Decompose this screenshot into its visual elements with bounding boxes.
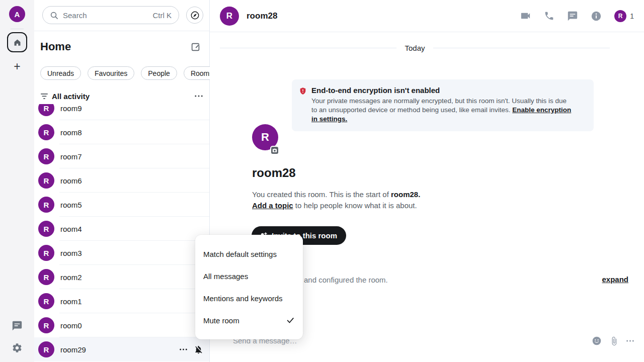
- filter-pills: Unreads Favourites People Rooms: [40, 66, 220, 80]
- sort-filter-icon[interactable]: [40, 93, 48, 100]
- intro-line1-text: You created this room. This is the start…: [252, 190, 391, 199]
- separator-line: [220, 48, 396, 48]
- room-intro-avatar[interactable]: R: [252, 124, 278, 150]
- room-row-room7[interactable]: R room7: [34, 144, 209, 168]
- room-avatar: R: [38, 221, 54, 237]
- search-placeholder: Search: [63, 11, 87, 20]
- edit-icon: [190, 41, 201, 52]
- panel-title: Home: [40, 40, 71, 53]
- room-row-room6[interactable]: R room6: [34, 168, 209, 193]
- room-header-title: room28: [247, 11, 277, 21]
- composer-actions: [592, 336, 634, 346]
- section-options-button[interactable]: [195, 95, 203, 97]
- intro-line2-text: to help people know what it is about.: [293, 201, 417, 210]
- room-avatar: R: [38, 341, 54, 357]
- room-name: room7: [60, 152, 82, 161]
- room-name: room5: [60, 201, 82, 209]
- notification-context-menu: Match default settings All messages Ment…: [195, 235, 303, 339]
- check-icon: [286, 316, 295, 325]
- attachment-button[interactable]: [609, 336, 619, 346]
- room-row-room8[interactable]: R room8: [34, 120, 209, 144]
- compass-icon: [190, 11, 200, 20]
- element-app: A + Search Ctrl K: [0, 0, 644, 362]
- room-intro-text: You created this room. This is the start…: [252, 189, 554, 211]
- search-input[interactable]: Search Ctrl K: [42, 6, 179, 24]
- search-shortcut: Ctrl K: [153, 11, 172, 20]
- room-name: room6: [60, 176, 82, 185]
- menu-item-label: Match default settings: [203, 250, 277, 258]
- gear-icon: [12, 342, 23, 353]
- threads-activity-button[interactable]: [12, 320, 23, 331]
- room-options-button[interactable]: [180, 348, 187, 350]
- intro-line1-period: .: [418, 190, 420, 199]
- room-name: room29: [60, 345, 86, 354]
- room-name: room3: [60, 249, 82, 257]
- rail-divider: [11, 29, 24, 29]
- filter-favourites[interactable]: Favourites: [88, 66, 134, 80]
- home-space-button[interactable]: [7, 32, 27, 52]
- room-intro-line2: Add a topic to help people know what it …: [252, 200, 554, 211]
- threads-button[interactable]: [567, 11, 578, 22]
- room-row-room4[interactable]: R room4: [34, 217, 209, 241]
- home-icon: [13, 38, 22, 47]
- upload-avatar-badge[interactable]: [270, 146, 279, 155]
- add-topic-link[interactable]: Add a topic: [252, 201, 293, 210]
- member-count-button[interactable]: R 1: [614, 10, 634, 22]
- room-header-avatar[interactable]: R: [220, 7, 239, 26]
- filter-people[interactable]: People: [141, 66, 177, 80]
- separator-line: [433, 48, 610, 48]
- encryption-warning-banner: End-to-end encryption isn't enabled Your…: [292, 79, 594, 131]
- room-name: room8: [60, 128, 82, 137]
- room-row-room1[interactable]: R room1: [34, 289, 209, 313]
- room-row-room9[interactable]: R room9: [34, 104, 209, 120]
- settings-button[interactable]: [12, 342, 23, 353]
- room-intro-line1: You created this room. This is the start…: [252, 189, 554, 200]
- room-header: R room28 R 1: [210, 0, 644, 32]
- room-name: room0: [60, 321, 82, 330]
- compose-button[interactable]: [190, 41, 201, 52]
- menu-item-mute-room[interactable]: Mute room: [195, 309, 303, 331]
- room-list: R room9 R room8 R room7 R room6 R room5 …: [34, 104, 209, 362]
- search-icon: [50, 11, 58, 20]
- explore-rooms-button[interactable]: [186, 7, 203, 24]
- date-separator: Today: [220, 44, 610, 52]
- room-avatar: R: [38, 317, 54, 333]
- expand-events-link[interactable]: expand: [602, 275, 628, 284]
- date-label: Today: [405, 44, 425, 52]
- menu-item-label: Mute room: [203, 316, 239, 325]
- room-avatar: R: [38, 172, 54, 189]
- menu-item-all-messages[interactable]: All messages: [195, 265, 303, 287]
- video-call-button[interactable]: [520, 10, 531, 22]
- room-list-section-header: All activity: [40, 91, 203, 101]
- room-avatar: R: [38, 197, 54, 213]
- room-row-room5[interactable]: R room5: [34, 193, 209, 217]
- room-name: room2: [60, 273, 82, 282]
- member-count: 1: [630, 12, 634, 20]
- menu-item-label: Mentions and keywords: [203, 294, 283, 303]
- room-name: room9: [60, 104, 82, 113]
- room-row-room0[interactable]: R room0: [34, 313, 209, 337]
- room-row-room2[interactable]: R room2: [34, 265, 209, 289]
- create-space-button[interactable]: +: [0, 59, 34, 73]
- room-avatar: R: [38, 148, 54, 164]
- composer-more-button[interactable]: [626, 340, 634, 342]
- menu-item-label: All messages: [203, 272, 248, 281]
- filter-unreads[interactable]: Unreads: [40, 66, 81, 80]
- room-row-room29[interactable]: R room29: [34, 337, 209, 361]
- emoji-button[interactable]: [592, 336, 602, 346]
- shield-warning-icon: [299, 87, 307, 124]
- menu-item-match-default[interactable]: Match default settings: [195, 243, 303, 265]
- event-summary-text: and configured the room.: [304, 276, 388, 284]
- threads-icon: [12, 320, 23, 331]
- room-intro-avatar-letter: R: [261, 131, 269, 144]
- room-list-panel: Search Ctrl K Home Unreads Favourites Pe…: [34, 0, 210, 362]
- room-avatar: R: [38, 124, 54, 140]
- room-info-button[interactable]: [591, 11, 602, 22]
- space-rail: A +: [0, 0, 34, 362]
- voice-call-button[interactable]: [544, 11, 554, 21]
- room-row-room3[interactable]: R room3: [34, 241, 209, 265]
- menu-item-mentions-keywords[interactable]: Mentions and keywords: [195, 287, 303, 309]
- notifications-muted-icon[interactable]: [194, 345, 203, 354]
- user-menu-avatar[interactable]: A: [9, 6, 25, 22]
- room-name: room4: [60, 225, 82, 233]
